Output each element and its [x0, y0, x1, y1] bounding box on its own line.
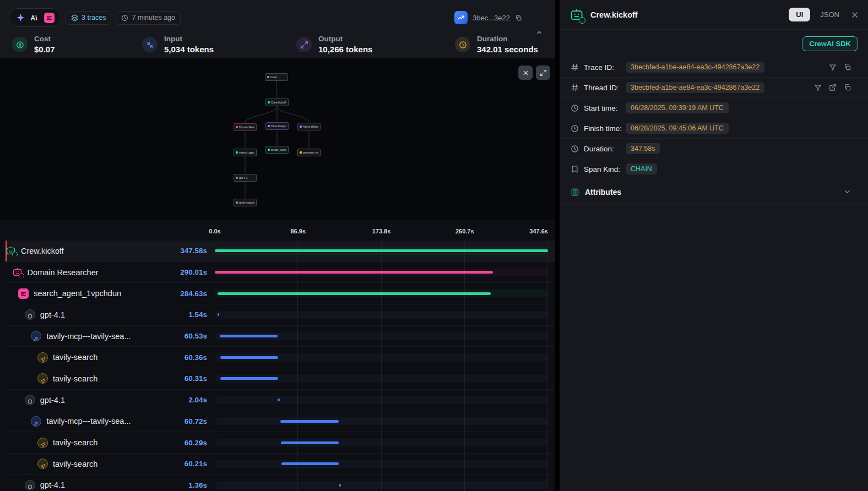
graph-node[interactable]: Domain Researcher: [234, 123, 257, 131]
stat-label: Duration: [477, 35, 538, 43]
span-duration: 1.36s: [188, 481, 215, 489]
field-row-duration: Duration: 347.58s: [560, 139, 868, 159]
span-bar[interactable]: [339, 484, 341, 487]
graph-node[interactable]: Data Analyst: [265, 122, 289, 130]
graph-node[interactable]: generate_report: [297, 149, 321, 156]
span-name: search_agent_1vpchdun: [34, 289, 121, 298]
span-duration: 347.58s: [180, 247, 215, 255]
graph-node-chip: [268, 101, 270, 103]
tavily-search-icon: [37, 438, 48, 448]
layers-icon: [71, 14, 78, 21]
field-value[interactable]: 06/28/2025, 09:39:19 AM UTC: [626, 102, 729, 113]
trace-chart-icon[interactable]: [454, 11, 468, 24]
graph-node[interactable]: gpt-4.1: [234, 174, 257, 182]
scale-logo-icon: [44, 13, 55, 23]
sdk-row: CrewAI SDK: [560, 30, 868, 57]
span-bar[interactable]: [215, 249, 548, 252]
trace-age-badge: 7 minutes ago: [116, 11, 181, 25]
graph-node[interactable]: Crew.kickoff: [265, 99, 289, 106]
stat-value: 10,266 tokens: [318, 44, 372, 54]
close-graph-button[interactable]: [518, 66, 533, 80]
panel-title: Crew.kickoff: [590, 10, 638, 19]
field-label: Duration:: [584, 145, 626, 153]
clock-icon: [455, 37, 470, 52]
copy-trace-id-icon[interactable]: [515, 14, 522, 21]
span-bar[interactable]: [218, 292, 490, 295]
traces-count-badge[interactable]: 3 traces: [66, 11, 111, 25]
span-bar[interactable]: [281, 441, 339, 444]
timeline-row[interactable]: tavily-mcp---tavily-sea... 60.72s: [6, 411, 555, 433]
field-value[interactable]: 3becbfed-a1be-ae84-ea3c-4942867a3e22: [626, 82, 764, 93]
topbar: A\ 3 traces 7 minutes ago 3bec...3e22: [9, 0, 546, 32]
span-bar[interactable]: [280, 420, 339, 423]
tavily-search-icon: [37, 373, 48, 384]
sdk-badge: CrewAI SDK: [802, 36, 858, 51]
span-name: gpt-4.1: [40, 310, 65, 319]
timeline-row[interactable]: gpt-4.1 1.36s: [6, 475, 555, 491]
span-bar[interactable]: [220, 356, 278, 359]
field-value[interactable]: 06/28/2025, 09:45:06 AM UTC: [626, 123, 729, 134]
span-bar[interactable]: [220, 335, 278, 337]
copy-icon[interactable]: [844, 63, 851, 71]
ui-view-button[interactable]: UI: [789, 8, 810, 21]
span-track: [215, 481, 548, 489]
timeline-row[interactable]: tavily-mcp---tavily-sea... 60.53s: [6, 326, 555, 347]
json-view-button[interactable]: JSON: [820, 10, 839, 19]
stat-input: Input 5,034 tokens: [142, 35, 296, 54]
time-tick: 86.9s: [290, 228, 306, 234]
graph-node-chip: [267, 76, 269, 78]
span-name: tavily-search: [53, 353, 97, 362]
collapse-stats-chevron[interactable]: [535, 29, 543, 36]
stat-duration: Duration 342.01 seconds: [455, 35, 538, 54]
trace-graph[interactable]: Crew Crew.kickoff Domain Researcher Data…: [0, 58, 555, 220]
stat-value: $0.07: [34, 44, 55, 54]
attributes-label: Attributes: [585, 188, 621, 197]
span-duration: 2.04s: [188, 396, 215, 404]
span-bar[interactable]: [281, 462, 339, 465]
timeline-row[interactable]: gpt-4.1 2.04s: [6, 390, 555, 411]
field-label: Start time:: [584, 104, 626, 112]
attributes-section-header[interactable]: Attributes: [560, 179, 868, 205]
graph-node[interactable]: tavily-search: [234, 199, 257, 206]
time-tick: 260.7s: [455, 228, 474, 234]
field-value[interactable]: 347.58s: [626, 143, 660, 154]
open-icon[interactable]: [829, 84, 837, 91]
traces-count-label: 3 traces: [82, 14, 106, 21]
clock-icon: [571, 145, 579, 153]
close-panel-icon[interactable]: [850, 10, 859, 19]
timeline-row[interactable]: tavily-search 60.31s: [6, 368, 555, 390]
timeline-row[interactable]: tavily-search 60.36s: [6, 347, 555, 368]
openai-icon: [25, 309, 35, 320]
expand-graph-button[interactable]: [536, 66, 550, 80]
timeline-row[interactable]: gpt-4.1 1.54s: [6, 304, 555, 326]
anthropic-logo-icon: A\: [30, 13, 40, 23]
span-bar[interactable]: [220, 377, 278, 380]
span-bar[interactable]: [215, 271, 493, 274]
timeline-row[interactable]: Domain Researcher 290.01s: [6, 262, 555, 283]
bookmark-icon: [571, 165, 579, 173]
tokensOut-icon: [296, 37, 312, 52]
graph-node-label: search_agent_1vpchdun: [239, 151, 254, 154]
attributes-icon: [571, 188, 579, 197]
filter-icon[interactable]: [829, 63, 837, 71]
span-duration: 1.54s: [188, 310, 215, 319]
span-name: tavily-mcp---tavily-sea...: [46, 417, 131, 425]
field-value[interactable]: 3becbfed-a1be-ae84-ea3c-4942867a3e22: [626, 62, 764, 73]
timeline-row[interactable]: search_agent_1vpchdun 284.63s: [6, 283, 555, 304]
timeline-row[interactable]: tavily-search 60.29s: [6, 432, 555, 454]
graph-node[interactable]: create_summary: [265, 146, 289, 154]
graph-node[interactable]: search_agent_1vpchdun: [234, 149, 257, 156]
graph-node[interactable]: Crew: [265, 73, 288, 81]
graph-node-label: create_summary: [271, 149, 286, 151]
field-value[interactable]: CHAIN: [626, 163, 657, 174]
filter-icon[interactable]: [814, 84, 822, 91]
crew-span-icon: [569, 8, 584, 22]
stats-bar: Cost $0.07 Input 5,034 tokens Output 10,…: [9, 32, 546, 57]
timeline-row[interactable]: tavily-search 60.21s: [6, 454, 555, 475]
span-bar[interactable]: [278, 399, 280, 401]
openai-icon: [25, 480, 35, 490]
copy-icon[interactable]: [844, 84, 851, 91]
graph-node[interactable]: Agent Writer: [297, 123, 321, 130]
timeline-row[interactable]: Crew.kickoff 347.58s: [6, 241, 555, 262]
field-label: Finish time:: [584, 124, 626, 133]
